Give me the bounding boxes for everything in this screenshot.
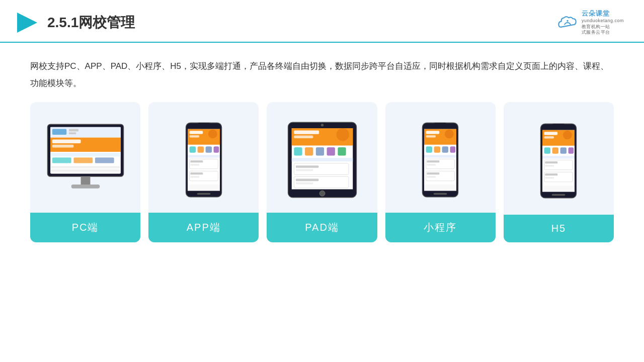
play-icon (15, 11, 39, 35)
svg-rect-81 (551, 124, 566, 129)
svg-rect-75 (427, 172, 440, 174)
svg-point-58 (319, 191, 325, 196)
svg-rect-96 (545, 177, 554, 179)
svg-rect-66 (426, 146, 432, 152)
card-h5-image (504, 102, 614, 215)
svg-rect-90 (542, 156, 575, 158)
svg-rect-54 (295, 169, 312, 171)
svg-rect-12 (52, 157, 71, 163)
svg-rect-53 (295, 165, 318, 168)
svg-rect-56 (295, 179, 318, 182)
svg-rect-29 (213, 146, 219, 152)
svg-point-25 (208, 130, 217, 139)
svg-rect-77 (424, 185, 456, 191)
svg-rect-14 (95, 157, 114, 163)
svg-rect-21 (196, 123, 211, 128)
svg-rect-78 (434, 193, 447, 195)
svg-rect-17 (80, 176, 90, 185)
logo-sub1: 教育机构一站 (582, 24, 610, 30)
card-pad: PAD端 (267, 102, 377, 242)
description-text: 网校支持PC、APP、PAD、小程序、H5，实现多端打通，产品各终端自由切换，数… (30, 58, 614, 92)
svg-rect-43 (294, 131, 319, 134)
card-miniapp-image (385, 102, 496, 213)
svg-rect-68 (442, 146, 448, 152)
card-app: APP端 (148, 102, 259, 242)
svg-rect-10 (52, 145, 73, 148)
svg-marker-0 (17, 13, 37, 33)
page-header: 2.5.1网校管理 云朵课堂 yunduoketang.com 教育机构一站 式… (0, 0, 644, 43)
svg-rect-11 (50, 153, 121, 157)
svg-rect-97 (542, 186, 575, 192)
app-device-icon (184, 120, 224, 200)
cards-container: PC端 (30, 102, 614, 242)
svg-rect-57 (295, 183, 312, 185)
svg-rect-69 (450, 146, 456, 152)
card-pc-label: PC端 (30, 213, 140, 242)
svg-rect-63 (426, 131, 440, 134)
card-h5-label: H5 (504, 215, 614, 242)
svg-rect-16 (50, 169, 121, 172)
svg-rect-92 (545, 161, 558, 163)
svg-rect-28 (205, 146, 211, 152)
svg-rect-24 (189, 135, 199, 137)
svg-rect-32 (190, 160, 203, 162)
card-miniapp-label: 小程序 (385, 213, 496, 242)
card-pad-label: PAD端 (267, 213, 377, 242)
card-miniapp: 小程序 (385, 102, 496, 242)
svg-rect-88 (560, 147, 567, 153)
svg-rect-7 (69, 132, 76, 134)
svg-point-1 (567, 20, 569, 22)
svg-rect-6 (69, 129, 78, 132)
svg-rect-86 (544, 147, 550, 153)
svg-rect-73 (427, 164, 436, 166)
card-h5: H5 (504, 102, 614, 242)
svg-rect-50 (338, 147, 346, 155)
svg-rect-83 (544, 132, 558, 135)
logo-text-area: 云朵课堂 yunduoketang.com 教育机构一站 式服务云平台 (582, 9, 624, 36)
svg-rect-13 (73, 157, 93, 163)
svg-rect-70 (424, 155, 456, 157)
svg-rect-47 (305, 147, 313, 155)
svg-rect-9 (52, 139, 80, 143)
logo-sub2: 式服务云平台 (582, 30, 610, 36)
svg-rect-26 (189, 146, 195, 152)
svg-rect-18 (71, 185, 100, 189)
svg-point-85 (563, 131, 572, 140)
svg-rect-36 (190, 176, 199, 178)
svg-point-45 (336, 128, 349, 141)
svg-rect-52 (294, 163, 349, 175)
logo-area: 云朵课堂 yunduoketang.com 教育机构一站 式服务云平台 (556, 9, 624, 36)
svg-rect-67 (434, 146, 440, 152)
card-app-label: APP端 (148, 213, 259, 242)
svg-rect-46 (294, 147, 302, 155)
svg-rect-87 (552, 147, 558, 153)
miniapp-device-icon (420, 120, 460, 200)
svg-point-41 (320, 124, 323, 126)
card-pad-image (267, 102, 377, 213)
pad-device-icon (286, 120, 359, 200)
svg-rect-23 (189, 131, 203, 134)
svg-rect-30 (188, 155, 220, 157)
svg-rect-35 (190, 172, 203, 174)
svg-rect-48 (315, 147, 324, 155)
svg-rect-5 (52, 129, 66, 135)
pc-device-icon (43, 120, 128, 200)
svg-rect-38 (197, 193, 210, 195)
h5-device-icon (538, 121, 579, 201)
svg-rect-61 (433, 123, 448, 128)
svg-rect-89 (569, 147, 574, 153)
svg-rect-55 (294, 176, 349, 188)
card-app-image (148, 102, 259, 213)
svg-rect-15 (50, 166, 121, 168)
cloud-logo-icon (556, 14, 579, 32)
svg-rect-93 (545, 165, 554, 167)
svg-rect-49 (327, 147, 335, 155)
svg-rect-95 (545, 173, 558, 175)
header-left: 2.5.1网校管理 (15, 11, 135, 35)
svg-rect-76 (427, 176, 436, 178)
svg-point-65 (445, 130, 454, 139)
card-pc-image (30, 102, 140, 213)
svg-rect-64 (426, 135, 436, 137)
page-title: 2.5.1网校管理 (47, 13, 135, 32)
svg-rect-72 (427, 160, 440, 162)
